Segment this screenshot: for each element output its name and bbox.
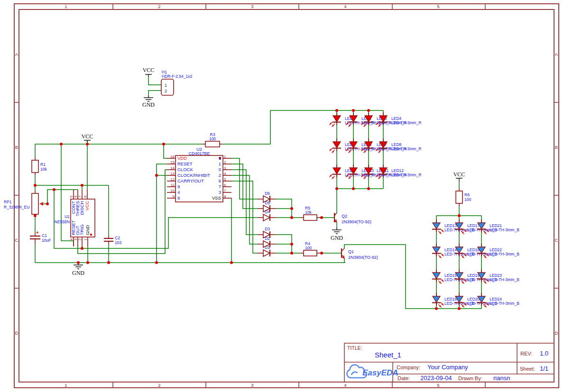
junction-dot (320, 252, 323, 255)
u1-pin-name: GND (85, 225, 90, 235)
diode-D6[interactable]: D6 (258, 191, 276, 202)
u1-value: NE555N (55, 219, 70, 224)
junction-dot (435, 307, 438, 310)
company-value: Your Company (427, 364, 468, 371)
u2-pin-name: 4 (177, 190, 180, 195)
junction-dot (53, 188, 55, 191)
company-label: Company: (397, 365, 420, 370)
junction-dot (290, 243, 293, 246)
drawn-by-value: riansn (493, 374, 510, 382)
frame-row-label-right: D (555, 330, 558, 336)
led-package-label: LED-TH-3mm_B (490, 301, 519, 306)
led-package-label: LED-TH-3mm_B (490, 252, 519, 256)
rp1-value: R_3296W_EU (4, 205, 29, 210)
ic-U1-NE555N[interactable]: U1 NE555N 5CONT6THRES7DISCH8VCC4RESET3OU… (55, 190, 95, 246)
transistor-Q2[interactable]: Q2 2N3904(TO-92) (334, 213, 371, 224)
u2-pin-number: 10 (170, 189, 175, 193)
wiper-arrow-icon (39, 202, 43, 206)
diode-D2[interactable]: D2 (258, 236, 276, 247)
ic-U2-CD4017BE[interactable]: U2 CD4017BE 16VDD15RESET14CLOCK13CLOCK/I… (167, 147, 231, 202)
resistor-R6[interactable]: R6 100 (456, 188, 471, 206)
header-H1[interactable]: 1 2 H1 HDR-F-2.54_1x2 (161, 70, 193, 95)
frame-col-label-top: 5 (437, 4, 439, 9)
c1-ref: C1 (42, 233, 47, 238)
u2-pin-number: 8 (224, 194, 226, 199)
u2-pin-name: 3 (219, 190, 221, 195)
u2-pin-name: 0 (219, 167, 221, 172)
wires[interactable] (35, 77, 481, 309)
h1-pin1-number: 1 (165, 83, 167, 88)
capacitor-C2[interactable]: C2 103 (104, 236, 121, 245)
q1-value: 2N3904(TO-92) (348, 255, 378, 260)
junction-dot (230, 261, 233, 264)
u2-pin-number: 11 (171, 183, 175, 187)
u1-pin-number: 8 (83, 195, 87, 198)
resistor-R4[interactable]: R4 100 (301, 241, 320, 256)
q1-ref: Q1 (348, 249, 354, 254)
resistor-R3[interactable]: R3 100 (203, 132, 222, 147)
frame-col-label-top: 2 (158, 4, 160, 9)
net-label-vcc: VCC (143, 67, 155, 73)
frame-row-label-left: A (15, 52, 18, 57)
date-label: Date: (398, 375, 410, 381)
frame-col-label-top: 4 (344, 4, 346, 9)
u1-pin-number: 4 (69, 238, 74, 240)
u2-pin-number: 5 (224, 177, 226, 182)
gnd-symbol-header[interactable]: GND (142, 96, 155, 108)
diode-D3[interactable]: D3 (258, 227, 276, 238)
frame-row-label-left: C (15, 237, 18, 243)
junction-dot (86, 143, 89, 146)
net-label-gnd: GND (72, 270, 84, 276)
junction-dot (290, 216, 293, 219)
u2-pin-number: 15 (170, 160, 175, 164)
led-package-label: LED-TH-3mm_R (391, 146, 421, 151)
vcc-symbol-header[interactable]: VCC (143, 67, 155, 77)
junction-dot (367, 187, 370, 190)
h1-package: HDR-F-2.54_1x2 (162, 74, 193, 79)
capacitor-C1[interactable]: + C1 10uF (30, 230, 51, 244)
frame-row-label-right: B (555, 145, 558, 150)
potentiometer-RP1[interactable]: RP1 R_3296W_EU (4, 191, 43, 217)
u2-pin-name: 1 (219, 161, 221, 166)
junction-dot (320, 216, 323, 219)
u2-pin-name: 2 (219, 173, 221, 178)
easyeda-logo: EasyEDA (347, 365, 398, 378)
frame-row-label-left: D (15, 330, 18, 336)
junction-dot (34, 214, 37, 217)
frame-col-label-top: 1 (65, 4, 67, 9)
junction-dot (155, 261, 158, 264)
diode-D1[interactable]: D1 (258, 245, 276, 256)
vcc-symbol-r6[interactable]: VCC (453, 171, 465, 181)
frame-col-label-bottom: 2 (158, 383, 160, 388)
u2-pin-number: 6 (224, 183, 226, 187)
r4-value: 100 (305, 246, 312, 250)
junction-dot (107, 261, 110, 264)
junction-dot (367, 109, 370, 112)
led-package-label: LED-TH-3mm_B (490, 228, 519, 232)
vcc-symbol-555[interactable]: VCC (82, 133, 93, 142)
drawn-by-label: Drawn By: (458, 375, 482, 381)
resistor-R5[interactable]: R5 10k (301, 206, 320, 220)
transistor-Q1[interactable]: Q1 2N3904(TO-92) (342, 248, 378, 260)
title-block: TITLE: Sheet_1 REV: 1.0 Company: Your Co… (344, 343, 554, 382)
u2-pin-number: 12 (170, 177, 175, 182)
c2-value: 103 (115, 240, 121, 245)
gnd-symbol-main[interactable]: GND (72, 263, 84, 276)
u2-pin-number: 2 (224, 160, 226, 164)
junction-dot (34, 184, 37, 187)
u2-pin-name: VSS (212, 195, 221, 201)
diode-D4[interactable]: D4 (258, 210, 276, 221)
junction-dot (86, 261, 89, 264)
u1-pin-name: DISCH (79, 201, 84, 215)
resistor-R1[interactable]: R1 10k (32, 157, 47, 175)
u1-pin-number: 5 (69, 195, 74, 198)
diode-D5[interactable]: D5 (258, 201, 276, 212)
schematic-sheet: 1122334455AABBCCDD (0, 0, 564, 392)
u2-pin-number: 14 (170, 166, 175, 170)
frame-col-label-top: 3 (251, 4, 253, 9)
u1-pin-number: 7 (78, 195, 82, 198)
junction-dot (352, 187, 355, 190)
gnd-symbol-q2[interactable]: GND (331, 228, 343, 241)
junction-dot (458, 214, 461, 217)
led-package-label: LED-TH-3mm_R (391, 173, 421, 177)
